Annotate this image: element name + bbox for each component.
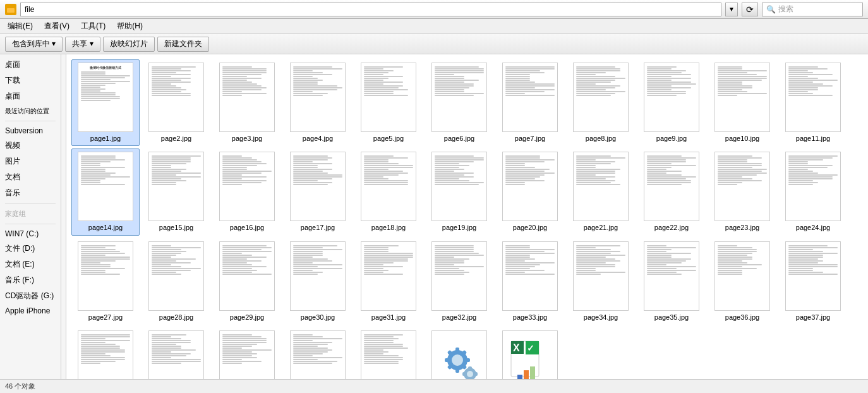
- file-item[interactable]: page41.jpg: [142, 327, 210, 379]
- file-item[interactable]: page16.jpg: [213, 148, 281, 235]
- menu-view[interactable]: 查看(V): [39, 20, 75, 33]
- file-item[interactable]: page42.jpg: [213, 327, 281, 379]
- sidebar-item-desktop[interactable]: 桌面: [0, 57, 61, 73]
- file-thumbnail: [361, 330, 416, 379]
- file-name: page15.jpg: [159, 223, 193, 232]
- file-item[interactable]: page22.jpg: [637, 148, 706, 235]
- bat-file-icon: [431, 330, 487, 379]
- sidebar-item-subversion[interactable]: Subversion: [0, 124, 61, 138]
- file-item[interactable]: page9.jpg: [637, 59, 706, 146]
- menu-help[interactable]: 帮助(H): [112, 20, 148, 33]
- file-name: page30.jpg: [301, 313, 335, 322]
- svg-point-14: [467, 371, 473, 377]
- address-dropdown-arrow[interactable]: ▼: [725, 3, 738, 16]
- sidebar-item-iphone[interactable]: Apple iPhone: [0, 304, 61, 318]
- file-item[interactable]: page4.jpg: [284, 59, 352, 146]
- file-item[interactable]: page6.jpg: [425, 59, 493, 146]
- file-name: page20.jpg: [513, 223, 547, 232]
- menu-tools[interactable]: 工具(T): [76, 20, 111, 33]
- file-item[interactable]: page40.jpg: [71, 327, 140, 379]
- file-item[interactable]: page32.jpg: [425, 238, 493, 325]
- sidebar-item-win7[interactable]: WIN7 (C:): [0, 227, 61, 241]
- status-text: 46 个对象: [5, 382, 35, 391]
- file-item[interactable]: page15.jpg: [142, 148, 210, 235]
- file-name: page2.jpg: [161, 134, 191, 143]
- file-item[interactable]: page44.jpg: [354, 327, 423, 379]
- file-item[interactable]: page33.jpg: [496, 238, 564, 325]
- file-name: page35.jpg: [654, 313, 689, 322]
- add-to-library-button[interactable]: 包含到库中 ▾: [5, 37, 63, 52]
- file-thumbnail: [573, 152, 629, 221]
- file-name: page5.jpg: [373, 134, 404, 143]
- file-item[interactable]: rename.bat: [425, 327, 493, 379]
- file-name: page17.jpg: [301, 223, 335, 232]
- file-name: page37.jpg: [796, 313, 830, 322]
- file-item[interactable]: page21.jpg: [567, 148, 635, 235]
- file-thumbnail: [431, 152, 487, 221]
- sidebar-item-video[interactable]: 视频: [0, 138, 61, 154]
- file-name: page23.jpg: [725, 223, 759, 232]
- file-thumbnail: [785, 241, 841, 311]
- sidebar-item-docs[interactable]: 文档: [0, 169, 61, 185]
- sidebar-item-pictures[interactable]: 图片: [0, 154, 61, 169]
- file-thumbnail: [78, 241, 133, 311]
- file-name: page10.jpg: [725, 134, 759, 143]
- file-item[interactable]: page24.jpg: [779, 148, 847, 235]
- file-thumbnail: [290, 63, 346, 132]
- address-bar[interactable]: file: [20, 3, 721, 16]
- file-thumbnail: [290, 241, 346, 311]
- new-folder-button[interactable]: 新建文件夹: [157, 37, 209, 52]
- share-button[interactable]: 共享 ▾: [65, 37, 100, 52]
- sidebar-separator-1: [5, 121, 56, 121]
- sidebar-item-homegroup[interactable]: 家庭组: [0, 207, 61, 221]
- sidebar-item-drive-d[interactable]: 文件 (D:): [0, 241, 61, 257]
- file-item[interactable]: page43.jpg: [284, 327, 352, 379]
- file-item[interactable]: page11.jpg: [779, 59, 847, 146]
- menu-edit[interactable]: 编辑(E): [3, 20, 38, 33]
- file-item[interactable]: page30.jpg: [284, 238, 352, 325]
- sidebar-item-download[interactable]: 下载: [0, 73, 61, 88]
- file-item[interactable]: page10.jpg: [708, 59, 776, 146]
- svg-rect-17: [462, 372, 466, 376]
- file-item[interactable]: page5.jpg: [354, 59, 423, 146]
- file-item[interactable]: 微博时代微信营销方式page1.jpg: [71, 59, 140, 146]
- file-item[interactable]: page3.jpg: [213, 59, 281, 146]
- refresh-button[interactable]: ⟳: [742, 3, 758, 16]
- file-item[interactable]: page34.jpg: [567, 238, 635, 325]
- file-thumbnail: [290, 152, 346, 221]
- file-thumbnail: [361, 241, 416, 311]
- file-item[interactable]: page29.jpg: [213, 238, 281, 325]
- sidebar-separator-3: [5, 224, 56, 224]
- file-thumbnail: [219, 152, 275, 221]
- file-item[interactable]: page20.jpg: [496, 148, 564, 235]
- file-item[interactable]: page36.jpg: [708, 238, 776, 325]
- sidebar-item-drive-f[interactable]: 音乐 (F:): [0, 272, 61, 288]
- file-item[interactable]: page23.jpg: [708, 148, 776, 235]
- file-thumbnail: [644, 241, 699, 311]
- svg-rect-8: [465, 358, 470, 362]
- file-item[interactable]: page19.jpg: [425, 148, 493, 235]
- sidebar-item-drive-e[interactable]: 文档 (E:): [0, 257, 61, 272]
- file-item[interactable]: page18.jpg: [354, 148, 423, 235]
- file-item[interactable]: page7.jpg: [496, 59, 564, 146]
- sidebar-item-desktop2[interactable]: 桌面: [0, 88, 61, 104]
- file-item[interactable]: page35.jpg: [637, 238, 706, 325]
- sidebar-item-recent[interactable]: 最近访问的位置: [0, 104, 61, 118]
- file-item[interactable]: page17.jpg: [284, 148, 352, 235]
- sidebar-item-music[interactable]: 音乐: [0, 185, 61, 201]
- file-item[interactable]: page2.jpg: [142, 59, 210, 146]
- file-item[interactable]: X ✓ rename.xls: [496, 327, 564, 379]
- folder-icon: [5, 4, 16, 15]
- file-item[interactable]: page28.jpg: [142, 238, 210, 325]
- status-bar: 46 个对象: [0, 379, 868, 393]
- file-item[interactable]: page37.jpg: [779, 238, 847, 325]
- search-input[interactable]: 🔍 搜索: [762, 3, 863, 16]
- slideshow-button[interactable]: 放映幻灯片: [103, 37, 155, 52]
- sidebar-item-drive-g[interactable]: CD驱动器 (G:): [0, 288, 61, 304]
- file-item[interactable]: page31.jpg: [354, 238, 423, 325]
- file-thumbnail: [219, 63, 275, 132]
- file-item[interactable]: page27.jpg: [71, 238, 140, 325]
- file-item[interactable]: page8.jpg: [567, 59, 635, 146]
- file-item[interactable]: page14.jpg: [71, 148, 140, 235]
- file-name: page6.jpg: [444, 134, 474, 143]
